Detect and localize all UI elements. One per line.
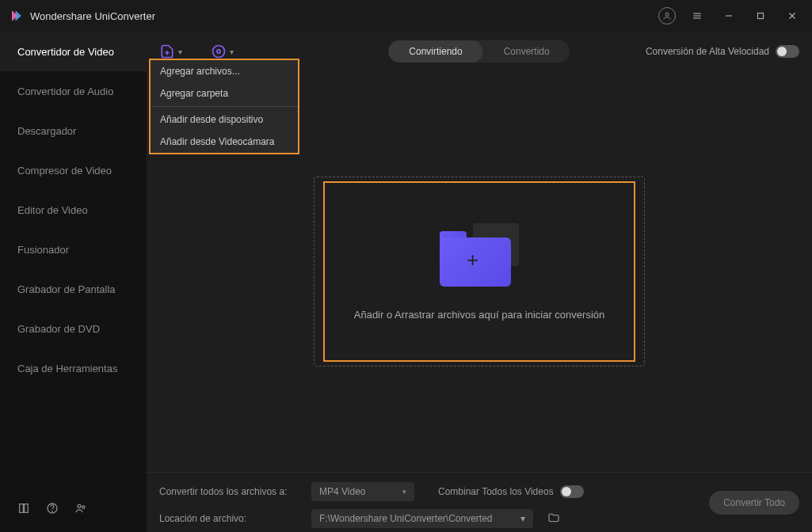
combine-toggle[interactable]: [560, 485, 584, 498]
help-icon[interactable]: [46, 502, 59, 518]
dropdown-add-files[interactable]: Agregar archivos...: [151, 60, 298, 82]
dropdown-from-device[interactable]: Añadir desde dispositivo: [151, 108, 298, 131]
sidebar-item-compressor[interactable]: Compresor de Video: [0, 150, 147, 190]
minimize-icon[interactable]: [719, 6, 739, 26]
sidebar-item-editor[interactable]: Editor de Video: [0, 190, 147, 230]
tab-converting[interactable]: Convirtiendo: [388, 40, 482, 63]
svg-point-0: [665, 13, 669, 16]
convert-all-button-label: Convertir Todo: [723, 497, 785, 508]
chevron-down-icon: ▾: [520, 513, 525, 524]
convert-all-label: Convertir todos los archivos a:: [159, 486, 302, 497]
team-icon[interactable]: [74, 502, 87, 518]
sidebar-item-label: Caja de Herramientas: [17, 363, 117, 374]
add-file-button[interactable]: ▾: [159, 44, 182, 59]
add-file-dropdown: Agregar archivos... Agregar carpeta Añad…: [149, 59, 299, 154]
sidebar: Convertidor de Video Convertidor de Audi…: [0, 32, 147, 532]
book-icon[interactable]: [17, 502, 30, 518]
sidebar-item-label: Descargador: [17, 125, 76, 137]
svg-point-9: [52, 511, 53, 511]
close-icon[interactable]: [782, 6, 802, 26]
sidebar-item-downloader[interactable]: Descargador: [0, 111, 147, 150]
open-folder-icon[interactable]: [547, 511, 560, 526]
high-speed-toggle[interactable]: [776, 45, 799, 58]
dropdown-item-label: Añadir desde Videocámara: [160, 136, 275, 147]
sidebar-footer: [0, 488, 147, 532]
dropdown-from-camcorder[interactable]: Añadir desde Videocámara: [151, 131, 298, 153]
dropzone-dashed-border: + Añadir o Arrastrar archivos aquí para …: [314, 177, 645, 367]
svg-point-12: [213, 46, 225, 58]
sidebar-item-dvd-burner[interactable]: Grabador de DVD: [0, 309, 147, 348]
dropzone-text: Añadir o Arrastrar archivos aquí para in…: [354, 309, 604, 321]
dropdown-add-folder[interactable]: Agregar carpeta: [151, 82, 298, 104]
add-disc-button[interactable]: ▾: [211, 44, 234, 59]
dropdown-item-label: Añadir desde dispositivo: [160, 114, 263, 125]
sidebar-item-label: Fusionador: [17, 244, 69, 256]
dropzone[interactable]: + Añadir o Arrastrar archivos aquí para …: [323, 181, 635, 362]
output-path-value: F:\Wondershare UniConverter\Converted: [319, 513, 493, 524]
sidebar-item-screen-recorder[interactable]: Grabador de Pantalla: [0, 269, 147, 309]
titlebar-controls: [658, 6, 802, 26]
titlebar: Wondershare UniConverter: [0, 0, 812, 32]
sidebar-item-video-converter[interactable]: Convertidor de Video: [0, 32, 147, 71]
dropdown-item-label: Agregar carpeta: [160, 88, 228, 99]
location-label: Locación de archivo:: [159, 513, 302, 524]
user-account-icon[interactable]: [658, 7, 676, 25]
output-path-field[interactable]: F:\Wondershare UniConverter\Converted ▾: [311, 509, 533, 528]
sidebar-item-audio-converter[interactable]: Convertidor de Audio: [0, 71, 147, 111]
combine-label: Combinar Todos los Videos: [438, 486, 554, 497]
svg-point-10: [78, 504, 81, 507]
app-logo-wrap: Wondershare UniConverter: [10, 9, 155, 23]
high-speed-toggle-wrap: Conversión de Alta Velocidad: [646, 45, 799, 58]
sidebar-item-label: Compresor de Video: [17, 165, 112, 177]
output-format-select[interactable]: MP4 Video ▾: [311, 482, 414, 501]
combine-videos-wrap: Combinar Todos los Videos: [438, 485, 584, 498]
dropdown-item-label: Agregar archivos...: [160, 66, 240, 77]
maximize-icon[interactable]: [750, 6, 771, 26]
high-speed-label: Conversión de Alta Velocidad: [646, 46, 769, 57]
sidebar-item-toolbox[interactable]: Caja de Herramientas: [0, 348, 147, 388]
sidebar-item-label: Grabador de DVD: [17, 323, 100, 335]
tab-converted[interactable]: Convertido: [483, 40, 570, 63]
sidebar-item-merger[interactable]: Fusionador: [0, 230, 147, 269]
svg-point-11: [82, 506, 85, 508]
add-folder-icon: +: [440, 223, 519, 287]
svg-point-13: [217, 50, 220, 53]
tab-label: Convirtiendo: [409, 46, 462, 57]
convert-all-button[interactable]: Convertir Todo: [709, 491, 799, 515]
sidebar-item-label: Editor de Video: [17, 204, 88, 216]
chevron-down-icon: ▾: [402, 488, 406, 496]
footer: Convertir todos los archivos a: MP4 Vide…: [147, 472, 812, 532]
svg-rect-5: [758, 13, 764, 19]
tab-label: Convertido: [504, 46, 550, 57]
sidebar-item-label: Grabador de Pantalla: [17, 283, 116, 295]
sidebar-item-label: Convertidor de Video: [17, 46, 114, 58]
output-format-value: MP4 Video: [319, 486, 365, 497]
chevron-down-icon: ▾: [230, 48, 234, 56]
sidebar-item-label: Convertidor de Audio: [17, 86, 113, 97]
tab-segment: Convirtiendo Convertido: [388, 40, 570, 63]
app-logo-icon: [10, 9, 24, 23]
menu-icon[interactable]: [687, 6, 707, 26]
chevron-down-icon: ▾: [178, 48, 182, 56]
plus-icon: +: [467, 248, 478, 272]
app-title: Wondershare UniConverter: [30, 10, 155, 22]
dropdown-separator: [151, 106, 298, 107]
